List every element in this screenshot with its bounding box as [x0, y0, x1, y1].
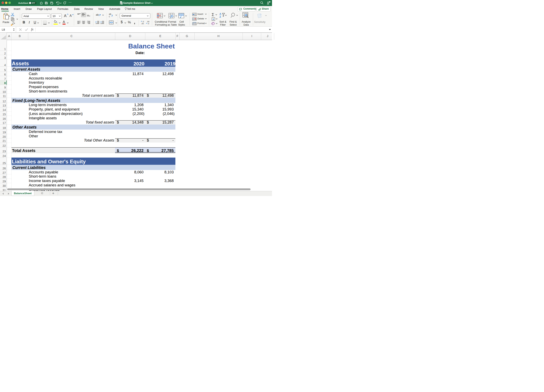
- svg-text:ab: ab: [96, 13, 99, 16]
- svg-text:A: A: [219, 13, 221, 15]
- svg-text:.00: .00: [141, 23, 144, 24]
- svg-text:.0: .0: [148, 23, 149, 24]
- svg-text:Z: Z: [219, 15, 221, 18]
- svg-text:ab: ab: [109, 13, 111, 15]
- svg-text:X: X: [120, 2, 121, 4]
- svg-text:c: c: [109, 15, 110, 18]
